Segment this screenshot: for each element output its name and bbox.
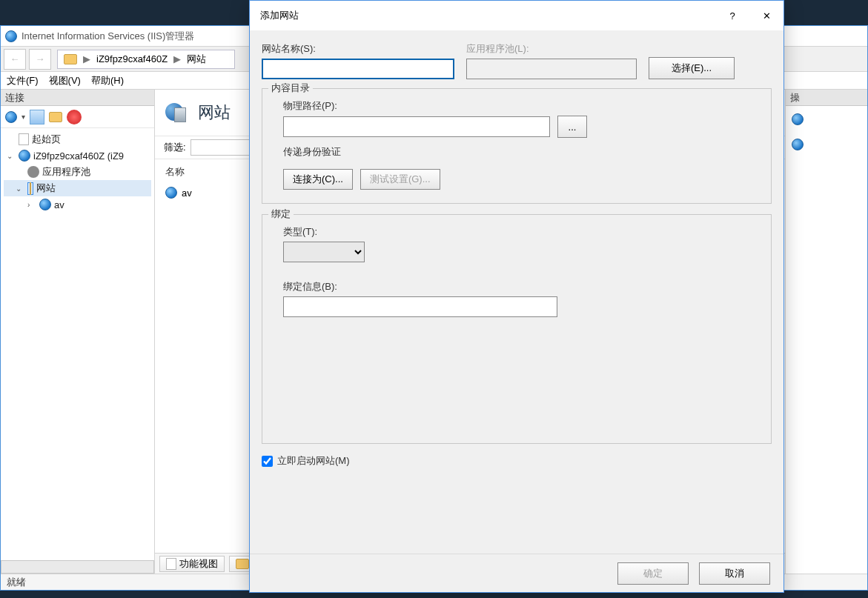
tree-sites[interactable]: ⌄ 网站 (4, 180, 151, 196)
tab-label: 功能视图 (179, 557, 218, 571)
passthrough-auth-label: 传递身份验证 (283, 145, 761, 159)
features-tab-icon (166, 558, 176, 570)
content-directory-group: 内容目录 物理路径(P): ... 传递身份验证 连接为(C)... 测试设置(… (262, 88, 772, 204)
physical-path-input[interactable] (283, 116, 550, 137)
app-pool-input (466, 59, 637, 79)
connections-panel: 连接 ▾ 起始页 ⌄ iZ9fpz9cxaf460Z (iZ9 (1, 90, 155, 574)
gear-icon (27, 166, 39, 178)
open-folder-icon[interactable] (49, 112, 62, 122)
folder-icon (64, 54, 77, 64)
site-icon (165, 187, 177, 199)
close-icon: ✕ (763, 10, 771, 21)
delete-icon[interactable] (67, 110, 82, 124)
browse-button[interactable]: ... (557, 116, 587, 138)
scrollbar-horizontal[interactable] (1, 560, 154, 574)
breadcrumb-item: 网站 (187, 53, 206, 66)
breadcrumb-sep-icon: ▶ (173, 53, 181, 64)
connections-toolstrip: ▾ (1, 106, 154, 128)
dialog-titlebar: 添加网站 ? ✕ (250, 1, 783, 30)
breadcrumb-sep-icon: ▶ (83, 53, 90, 64)
connections-panel-title: 连接 (1, 90, 154, 106)
autostart-row[interactable]: 立即启动网站(M) (262, 454, 772, 468)
binding-info-label: 绑定信息(B): (283, 280, 761, 293)
breadcrumb[interactable]: ▶ iZ9fpz9cxaf460Z ▶ 网站 (57, 50, 235, 69)
add-website-dialog: 添加网站 ? ✕ 网站名称(S): 应用程序池(L): 选择(E)... 内容目… (249, 0, 784, 593)
expand-icon[interactable]: › (27, 201, 36, 209)
content-tab-icon (236, 559, 249, 569)
tree-start-page[interactable]: 起始页 (4, 131, 151, 147)
tree-app-pools[interactable]: 应用程序池 (4, 164, 151, 180)
nav-back-button[interactable]: ← (4, 49, 26, 70)
nav-forward-button[interactable]: → (29, 49, 51, 70)
filter-label: 筛选: (164, 141, 186, 154)
app-pool-label: 应用程序池(L): (466, 42, 637, 56)
page-title: 网站 (198, 102, 231, 124)
action-icon[interactable] (792, 113, 804, 125)
menu-view[interactable]: 视图(V) (49, 74, 81, 87)
select-app-pool-button[interactable]: 选择(E)... (649, 57, 735, 79)
site-name: av (182, 187, 192, 199)
actions-panel: 操 (786, 90, 867, 574)
tree-label: iZ9fpz9cxaf460Z (iZ9 (33, 150, 124, 162)
breadcrumb-host: iZ9fpz9cxaf460Z (96, 53, 168, 64)
arrow-right-icon: → (36, 53, 45, 64)
help-button[interactable]: ? (715, 1, 749, 30)
connect-as-button[interactable]: 连接为(C)... (283, 169, 353, 190)
binding-type-label: 类型(T): (283, 225, 761, 239)
test-settings-button: 测试设置(G)... (360, 169, 440, 190)
tree-label: 应用程序池 (42, 165, 90, 179)
dialog-footer: 确定 取消 (250, 554, 783, 592)
ok-button: 确定 (617, 562, 689, 585)
status-text: 就绪 (7, 576, 26, 589)
site-icon (39, 199, 51, 210)
dialog-title: 添加网站 (260, 9, 299, 22)
binding-info-input[interactable] (283, 296, 557, 317)
binding-type-select[interactable] (283, 242, 365, 262)
arrow-left-icon: ← (10, 53, 20, 64)
site-name-input[interactable] (262, 59, 454, 79)
close-button[interactable]: ✕ (749, 1, 783, 30)
actions-panel-title: 操 (786, 90, 867, 106)
window-title: Internet Information Services (IIS)管理器 (21, 30, 194, 43)
tree-site-av[interactable]: › av (4, 196, 151, 213)
folder-icon (30, 182, 31, 195)
chevron-down-icon[interactable]: ▾ (21, 113, 25, 121)
site-name-label: 网站名称(S): (262, 42, 454, 56)
tree-label: av (54, 199, 64, 210)
binding-group: 绑定 类型(T): 绑定信息(B): (262, 214, 772, 444)
dialog-body: 网站名称(S): 应用程序池(L): 选择(E)... 内容目录 物理路径(P)… (250, 30, 783, 554)
collapse-icon[interactable]: ⌄ (7, 152, 16, 160)
sites-large-icon (165, 103, 183, 121)
menu-file[interactable]: 文件(F) (7, 74, 39, 87)
autostart-checkbox[interactable] (262, 456, 273, 467)
tree-label: 起始页 (32, 133, 61, 146)
collapse-icon[interactable]: ⌄ (16, 185, 24, 193)
tab-features-view[interactable]: 功能视图 (159, 556, 225, 572)
iis-app-icon (5, 30, 17, 42)
menu-help[interactable]: 帮助(H) (91, 74, 124, 87)
connections-tree: 起始页 ⌄ iZ9fpz9cxaf460Z (iZ9 应用程序池 ⌄ 网站 (1, 128, 154, 216)
server-icon (19, 150, 30, 162)
tree-host[interactable]: ⌄ iZ9fpz9cxaf460Z (iZ9 (4, 147, 151, 164)
autostart-label: 立即启动网站(M) (277, 454, 350, 468)
physical-path-label: 物理路径(P): (283, 99, 761, 113)
refresh-icon[interactable] (5, 111, 17, 123)
save-icon[interactable] (30, 110, 44, 124)
group-legend: 绑定 (268, 207, 294, 221)
cancel-button[interactable]: 取消 (699, 562, 770, 585)
action-icon[interactable] (792, 139, 804, 150)
tree-label: 网站 (36, 182, 56, 195)
help-icon: ? (729, 10, 735, 21)
page-icon (19, 133, 29, 145)
group-legend: 内容目录 (268, 82, 313, 95)
